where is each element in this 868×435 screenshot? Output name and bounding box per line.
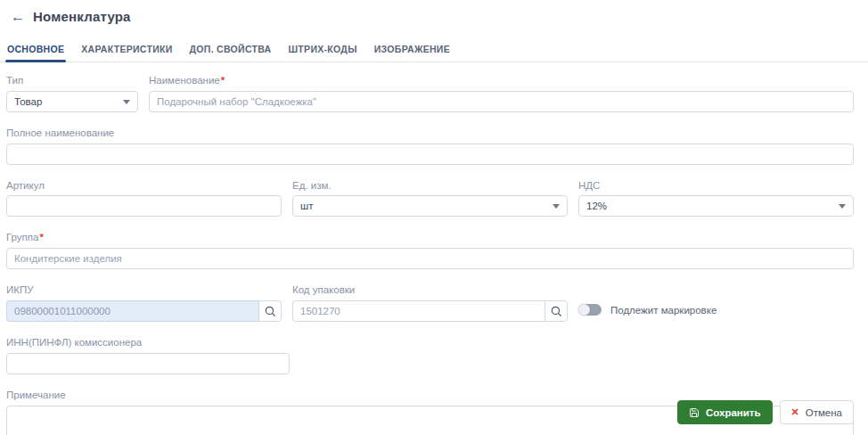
inn-input[interactable] [6, 353, 290, 374]
required-asterisk: * [39, 232, 43, 242]
unit-label: Ед. изм. [292, 180, 568, 193]
nomenclature-form: Тип Наименование* Полное наименование Ар… [0, 62, 868, 435]
required-asterisk: * [221, 75, 225, 86]
vat-select-value[interactable] [578, 195, 854, 217]
name-label: Наименование* [149, 75, 854, 87]
vat-label: НДС [578, 180, 854, 193]
tab-image[interactable]: ИЗОБРАЖЕНИЕ [374, 38, 450, 62]
unit-select-value[interactable] [292, 195, 568, 217]
page-header: ← Номенклатура [0, 0, 868, 24]
tab-bar: ОСНОВНОЕ ХАРАКТЕРИСТИКИ ДОП. СВОЙСТВА ШТ… [0, 38, 868, 62]
save-button[interactable]: Сохранить [677, 400, 773, 424]
unit-select[interactable] [292, 195, 568, 217]
full-name-input[interactable] [6, 144, 854, 165]
package-code-input[interactable] [292, 300, 545, 322]
nomenclature-page: ← Номенклатура ОСНОВНОЕ ХАРАКТЕРИСТИКИ Д… [0, 0, 868, 435]
close-icon: ✕ [791, 407, 799, 417]
package-code-label: Код упаковки [292, 284, 568, 297]
tab-barcodes[interactable]: ШТРИХ-КОДЫ [289, 38, 357, 62]
vat-select[interactable] [578, 195, 854, 217]
tab-characteristics[interactable]: ХАРАКТЕРИСТИКИ [81, 38, 172, 62]
ikpu-search-button[interactable] [258, 300, 282, 322]
article-input[interactable] [6, 195, 282, 217]
tab-extra-properties[interactable]: ДОП. СВОЙСТВА [190, 38, 272, 62]
page-title: Номенклатура [33, 9, 131, 24]
save-button-label: Сохранить [706, 407, 761, 418]
article-label: Артикул [6, 180, 282, 193]
type-select-value[interactable] [6, 91, 138, 112]
marking-toggle-label: Подлежит маркировке [610, 305, 717, 316]
toggle-knob-icon [578, 304, 590, 316]
footer-actions: Сохранить ✕ Отмена [677, 400, 854, 424]
group-input[interactable] [6, 248, 854, 269]
ikpu-label: ИКПУ [6, 284, 282, 297]
search-icon [264, 305, 276, 317]
group-label: Группа* [6, 232, 854, 244]
full-name-label: Полное наименование [6, 127, 854, 140]
cancel-button-label: Отмена [806, 407, 842, 418]
save-icon [689, 407, 700, 418]
ikpu-input[interactable] [6, 300, 258, 322]
search-icon [550, 305, 562, 317]
type-label: Тип [6, 75, 138, 87]
type-select[interactable] [6, 91, 138, 112]
inn-label: ИНН(ПИНФЛ) комиссионера [6, 337, 290, 349]
package-code-search-button[interactable] [545, 300, 568, 322]
tab-main[interactable]: ОСНОВНОЕ [7, 38, 64, 62]
name-input[interactable] [149, 91, 854, 112]
marking-toggle[interactable] [578, 304, 602, 316]
back-arrow-icon[interactable]: ← [11, 10, 25, 24]
cancel-button[interactable]: ✕ Отмена [780, 400, 854, 424]
